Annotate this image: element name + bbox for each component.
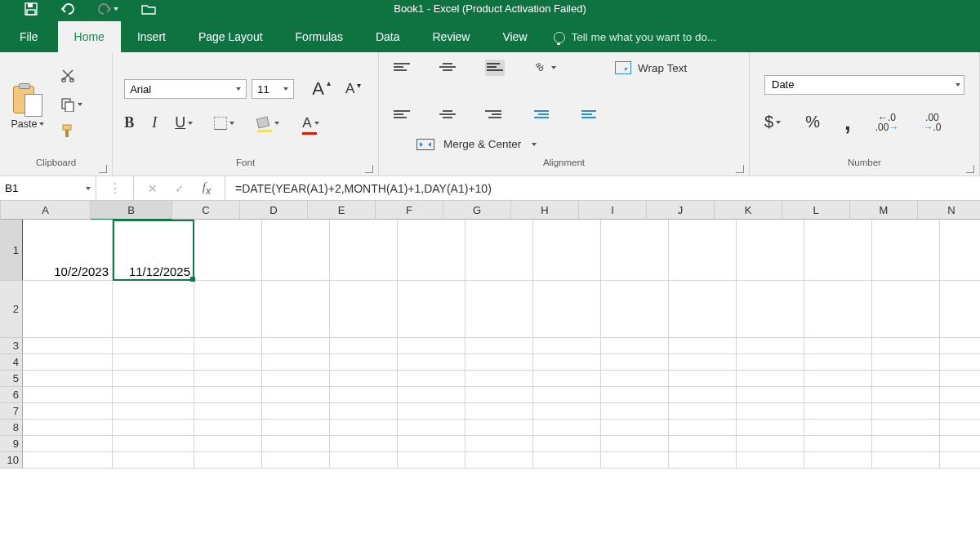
cell-L2[interactable] [804,281,872,338]
row-header-7[interactable]: 7 [0,403,23,420]
cell-J4[interactable] [669,354,737,371]
font-color-button[interactable]: A [302,115,318,131]
cell-I7[interactable] [601,403,669,420]
cell-F6[interactable] [398,387,466,403]
cell-E9[interactable] [330,436,398,452]
cell-N8[interactable] [940,420,980,436]
cell-L10[interactable] [804,452,872,469]
column-header-N[interactable]: N [918,201,980,220]
cell-K3[interactable] [737,338,804,354]
cell-B10[interactable] [113,452,194,469]
cell-M2[interactable] [872,281,940,338]
cell-L5[interactable] [804,371,872,387]
cell-A1[interactable]: 10/2/2023 [23,220,113,281]
cell-B6[interactable] [113,387,194,403]
save-icon[interactable] [24,2,38,16]
tab-formulas[interactable]: Formulas [279,21,359,52]
cell-E3[interactable] [330,338,398,354]
cell-L7[interactable] [804,403,872,420]
cell-H4[interactable] [533,354,601,371]
column-header-M[interactable]: M [850,201,918,220]
insert-function-icon[interactable]: fx [203,180,211,197]
cell-A9[interactable] [23,436,113,452]
open-icon[interactable] [141,3,158,15]
bold-button[interactable]: B [124,114,134,131]
cell-H8[interactable] [533,420,601,436]
cell-L9[interactable] [804,436,872,452]
cell-A2[interactable] [23,281,113,338]
column-header-E[interactable]: E [308,201,376,220]
copy-icon[interactable] [60,97,82,112]
cell-B9[interactable] [113,436,194,452]
cell-I2[interactable] [601,281,669,338]
cell-J3[interactable] [669,338,737,354]
align-top-icon[interactable] [394,61,410,74]
cell-N3[interactable] [940,338,980,354]
cell-C2[interactable] [194,281,262,338]
underline-button[interactable]: U [175,114,193,131]
cell-A7[interactable] [23,403,113,420]
cell-I5[interactable] [601,371,669,387]
cell-D5[interactable] [262,371,330,387]
cell-H10[interactable] [533,452,601,469]
accounting-format-button[interactable]: $ [764,113,781,131]
cell-E5[interactable] [330,371,398,387]
cell-I4[interactable] [601,354,669,371]
cell-A6[interactable] [23,387,113,403]
format-painter-icon[interactable] [60,123,82,143]
cell-M3[interactable] [872,338,940,354]
orientation-button[interactable] [534,60,556,75]
cell-F7[interactable] [398,403,466,420]
cell-B7[interactable] [113,403,194,420]
row-header-6[interactable]: 6 [0,387,23,403]
redo-icon[interactable] [98,3,118,15]
row-header-3[interactable]: 3 [0,338,23,354]
cell-C7[interactable] [194,403,262,420]
cell-B4[interactable] [113,354,194,371]
cell-A4[interactable] [23,354,113,371]
cell-E1[interactable] [330,220,398,281]
cell-F5[interactable] [398,371,466,387]
clipboard-launcher-icon[interactable] [99,165,107,173]
cell-I6[interactable] [601,387,669,403]
column-header-A[interactable]: A [1,201,91,220]
name-box[interactable]: B1 [0,176,96,200]
cell-J1[interactable] [669,220,737,281]
cell-D8[interactable] [262,420,330,436]
cell-N7[interactable] [940,403,980,420]
cell-G4[interactable] [466,354,533,371]
cell-C5[interactable] [194,371,262,387]
cell-F2[interactable] [398,281,466,338]
cell-E2[interactable] [330,281,398,338]
cell-M8[interactable] [872,420,940,436]
cell-G8[interactable] [466,420,533,436]
cell-J2[interactable] [669,281,737,338]
column-header-C[interactable]: C [172,201,240,220]
cell-F4[interactable] [398,354,466,371]
cell-M5[interactable] [872,371,940,387]
decrease-decimal-icon[interactable]: .00→.0 [923,113,941,132]
column-header-K[interactable]: K [715,201,782,220]
undo-icon[interactable] [60,3,75,15]
cell-K5[interactable] [737,371,804,387]
cell-N2[interactable] [940,281,980,338]
increase-font-icon[interactable]: A▴ [312,78,324,100]
cell-N5[interactable] [940,371,980,387]
select-all-corner[interactable] [0,201,1,220]
cell-G5[interactable] [466,371,533,387]
cell-C3[interactable] [194,338,262,354]
cell-F8[interactable] [398,420,466,436]
row-header-5[interactable]: 5 [0,371,23,387]
cancel-formula-icon[interactable]: ✕ [148,182,158,195]
cell-L4[interactable] [804,354,872,371]
row-header-8[interactable]: 8 [0,420,23,436]
cell-J6[interactable] [669,387,737,403]
align-right-icon[interactable] [485,109,501,122]
cell-N9[interactable] [940,436,980,452]
cell-N1[interactable] [940,220,980,281]
cell-J8[interactable] [669,420,737,436]
cell-M6[interactable] [872,387,940,403]
font-launcher-icon[interactable] [365,165,373,173]
cell-E4[interactable] [330,354,398,371]
column-header-L[interactable]: L [782,201,850,220]
